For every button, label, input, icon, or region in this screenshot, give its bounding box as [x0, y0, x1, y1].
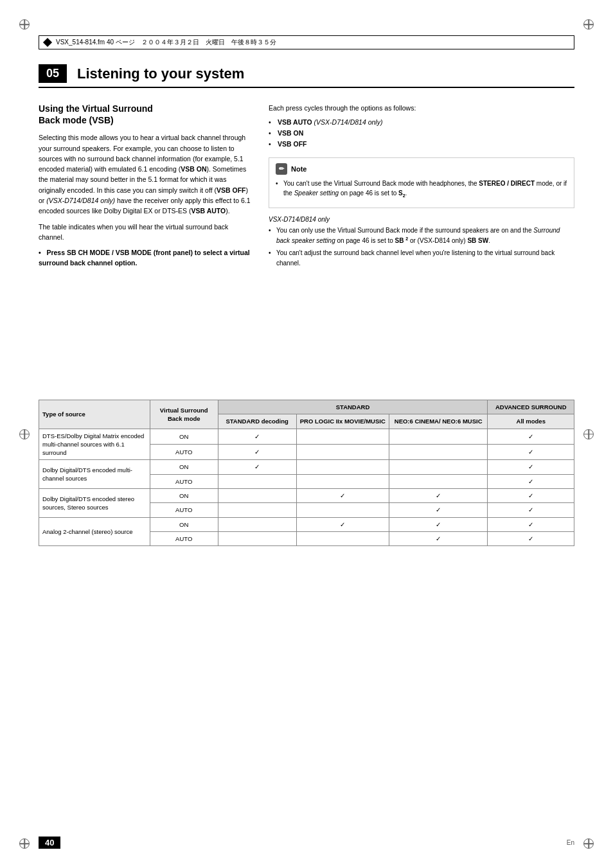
- intro-text: Each press cycles through the options as…: [269, 103, 574, 113]
- cell-all_modes: ✓: [488, 429, 574, 444]
- cell-all_modes: ✓: [488, 489, 574, 503]
- page-lang: En: [567, 839, 574, 846]
- vsb-note-1: You can only use the Virtual Surround Ba…: [269, 226, 574, 245]
- cell-std_dec: [218, 517, 296, 531]
- body-paragraph-1: Selecting this mode allows you to hear a…: [39, 132, 251, 216]
- cell-neo6: ✓: [389, 531, 488, 545]
- note-box: ✏ Note You can't use the Virtual Surroun…: [269, 157, 574, 208]
- cell-vsb: AUTO: [150, 503, 218, 517]
- table-body: DTS-ES/Dolby Digital Matrix encoded mult…: [39, 429, 574, 546]
- col-all-modes-header: All modes: [488, 414, 574, 429]
- col-std-decoding-header: STANDARD decoding: [218, 414, 296, 429]
- table-area: Type of source Virtual Surround Back mod…: [39, 392, 574, 546]
- note-label: Note: [291, 165, 306, 173]
- options-list: VSB AUTO (VSX-D714/D814 only) VSB ON VSB…: [269, 117, 574, 149]
- cell-neo6: ✓: [389, 517, 488, 531]
- cell-pro_logic: [296, 531, 389, 545]
- vsb-section-label: VSX-D714/D814 only: [269, 216, 574, 223]
- cell-all_modes: ✓: [488, 460, 574, 474]
- cell-vsb: AUTO: [150, 474, 218, 488]
- table-row: DTS-ES/Dolby Digital Matrix encoded mult…: [39, 429, 574, 444]
- cell-pro_logic: [296, 445, 389, 460]
- body-paragraph-2: The table indicates when you will hear t…: [39, 222, 251, 243]
- cell-vsb: ON: [150, 460, 218, 474]
- file-info-bar: VSX_514-814.fm 40 ページ ２００４年３月２日 火曜日 午後８時…: [39, 35, 574, 49]
- cell-pro_logic: [296, 474, 389, 488]
- chapter-number: 05: [39, 64, 67, 83]
- cell-all_modes: ✓: [488, 474, 574, 488]
- vsb-table: Type of source Virtual Surround Back mod…: [39, 400, 574, 546]
- section-title: Using the Virtual SurroundBack mode (VSB…: [39, 103, 251, 126]
- note-list: You can't use the Virtual Surround Back …: [276, 179, 567, 200]
- cell-std_dec: ✓: [218, 460, 296, 474]
- cell-neo6: [389, 474, 488, 488]
- cell-vsb: ON: [150, 517, 218, 531]
- col-type-header: Type of source: [39, 400, 150, 429]
- chapter-title: Listening to your system: [77, 66, 244, 82]
- cell-pro_logic: [296, 429, 389, 444]
- col-neo6-header: NEO:6 CINEMA/ NEO:6 MUSIC: [389, 414, 488, 429]
- cell-std_dec: [218, 474, 296, 488]
- cell-all_modes: ✓: [488, 531, 574, 545]
- table-header-row-1: Type of source Virtual Surround Back mod…: [39, 400, 574, 414]
- note-header: ✏ Note: [276, 163, 567, 175]
- option-vsb-on: VSB ON: [269, 128, 574, 139]
- col-standard-group-header: STANDARD: [218, 400, 488, 414]
- vsb-note-2: You can't adjust the surround back chann…: [269, 248, 574, 268]
- cell-std_dec: [218, 503, 296, 517]
- source-cell: Dolby Digital/DTS encoded stereo sources…: [39, 489, 150, 518]
- cell-vsb: AUTO: [150, 531, 218, 545]
- source-cell: Analog 2-channel (stereo) source: [39, 517, 150, 546]
- note-item-1: You can't use the Virtual Surround Back …: [276, 179, 567, 200]
- cell-neo6: [389, 460, 488, 474]
- cell-pro_logic: [296, 460, 389, 474]
- vsb-note-list: You can only use the Virtual Surround Ba…: [269, 226, 574, 268]
- table-row: Analog 2-channel (stereo) sourceON✓✓✓: [39, 517, 574, 531]
- cell-vsb: ON: [150, 429, 218, 444]
- cell-std_dec: ✓: [218, 429, 296, 444]
- cell-all_modes: ✓: [488, 517, 574, 531]
- cell-neo6: [389, 429, 488, 444]
- press-instruction: • Press SB CH MODE / VSB MODE (front pan…: [39, 247, 251, 269]
- cell-std_dec: [218, 489, 296, 503]
- col-pro-logic-header: PRO LOGIC IIx MOVIE/MUSIC: [296, 414, 389, 429]
- page-number: 40: [39, 837, 60, 849]
- cell-pro_logic: ✓: [296, 489, 389, 503]
- source-cell: Dolby Digital/DTS encoded multi-channel …: [39, 460, 150, 489]
- cell-neo6: [389, 445, 488, 460]
- note-icon: ✏: [276, 163, 287, 175]
- file-info-text: VSX_514-814.fm 40 ページ ２００４年３月２日 火曜日 午後８時…: [56, 38, 276, 47]
- cell-all_modes: ✓: [488, 503, 574, 517]
- cell-all_modes: ✓: [488, 445, 574, 460]
- bottom-bar: 40 En: [39, 837, 574, 849]
- source-cell: DTS-ES/Dolby Digital Matrix encoded mult…: [39, 429, 150, 460]
- table-row: Dolby Digital/DTS encoded stereo sources…: [39, 489, 574, 503]
- option-vsb-off: VSB OFF: [269, 139, 574, 150]
- cell-neo6: ✓: [389, 503, 488, 517]
- cell-pro_logic: ✓: [296, 517, 389, 531]
- cell-pro_logic: [296, 503, 389, 517]
- col-advanced-group-header: ADVANCED SURROUND: [488, 400, 574, 414]
- cell-vsb: ON: [150, 489, 218, 503]
- cell-neo6: ✓: [389, 489, 488, 503]
- diamond-icon: [43, 38, 52, 47]
- cell-std_dec: [218, 531, 296, 545]
- col-vsb-header: Virtual Surround Back mode: [150, 400, 218, 429]
- table-row: Dolby Digital/DTS encoded multi-channel …: [39, 460, 574, 474]
- cell-std_dec: ✓: [218, 445, 296, 460]
- chapter-header: 05 Listening to your system: [39, 64, 574, 88]
- cell-vsb: AUTO: [150, 445, 218, 460]
- option-vsb-auto: VSB AUTO (VSX-D714/D814 only): [269, 117, 574, 128]
